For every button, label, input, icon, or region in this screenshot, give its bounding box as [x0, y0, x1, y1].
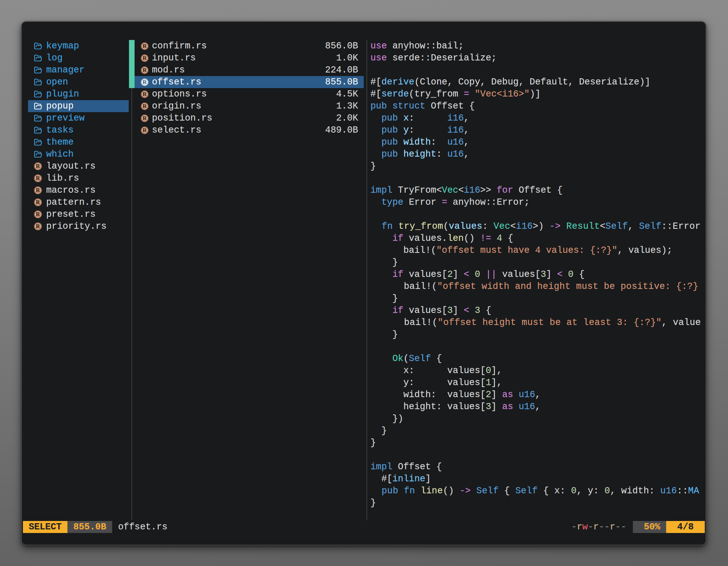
svg-text:R: R: [143, 115, 147, 121]
svg-text:R: R: [36, 187, 40, 193]
svg-text:R: R: [143, 67, 147, 73]
svg-text:R: R: [36, 211, 40, 217]
svg-text:R: R: [143, 103, 147, 109]
svg-text:R: R: [143, 43, 147, 49]
svg-text:R: R: [143, 127, 147, 133]
svg-text:R: R: [143, 79, 147, 85]
svg-text:R: R: [36, 175, 40, 181]
svg-text:R: R: [143, 55, 147, 61]
svg-text:R: R: [143, 91, 147, 97]
svg-text:R: R: [36, 199, 40, 205]
svg-text:R: R: [36, 163, 40, 169]
svg-text:R: R: [36, 223, 40, 229]
